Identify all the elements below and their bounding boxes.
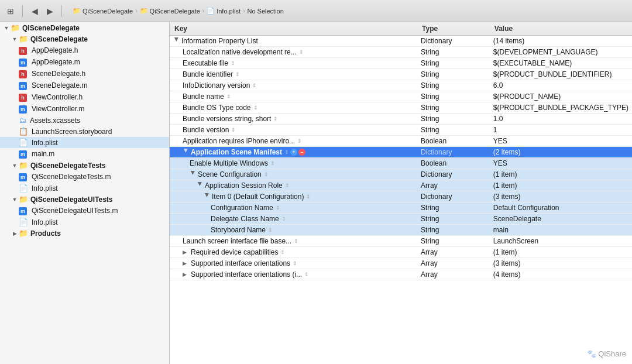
stepper-icon[interactable]: ⇕ bbox=[285, 183, 290, 188]
launchscreen-label: LaunchScreen.storyboard bbox=[32, 128, 112, 136]
sidebar-item-tests-plist[interactable]: 📄 Info.plist bbox=[0, 183, 169, 194]
stepper-icon[interactable]: ⇕ bbox=[293, 260, 297, 266]
m-file-icon-4: m bbox=[19, 149, 27, 159]
col-type: Type bbox=[417, 22, 490, 36]
sidebar-item-products[interactable]: ▶ 📁 Products bbox=[0, 228, 169, 239]
stepper-icon[interactable]: ⇕ bbox=[284, 149, 289, 155]
sidebar-item-viewctrl-m[interactable]: m ViewController.m bbox=[0, 103, 169, 115]
forward-button[interactable]: ▶ bbox=[44, 5, 56, 17]
sidebar-item-launchscreen[interactable]: 📋 LaunchScreen.storyboard bbox=[0, 126, 169, 137]
expand-arrow[interactable]: ▶ bbox=[197, 182, 203, 189]
stepper-icon[interactable]: ⇕ bbox=[226, 94, 231, 99]
table-row[interactable]: Application requires iPhone enviro... ⇕ … bbox=[170, 136, 632, 147]
key-cell: Bundle version ⇕ bbox=[170, 125, 417, 136]
sidebar-item-tests-group[interactable]: ▼ 📁 QiSceneDelegateTests bbox=[0, 160, 169, 171]
expand-arrow[interactable]: ▶ bbox=[204, 193, 210, 200]
sidebar-item-uitests-group[interactable]: ▼ 📁 QiSceneDelegateUITests bbox=[0, 194, 169, 205]
stepper-icon[interactable]: ⇕ bbox=[235, 71, 240, 77]
stepper-icon[interactable]: ⇕ bbox=[280, 249, 285, 255]
sidebar-item-appdel-m[interactable]: m AppDelegate.m bbox=[0, 56, 169, 68]
sidebar-item-group-main[interactable]: ▼ 📁 QiSceneDelegate bbox=[0, 33, 169, 44]
breadcrumb-selection-label: No Selection bbox=[247, 8, 283, 15]
stepper-icon[interactable]: ⇕ bbox=[252, 83, 257, 88]
table-row[interactable]: Bundle versions string, short ⇕ String 1… bbox=[170, 114, 632, 125]
stepper-icon[interactable]: ⇕ bbox=[281, 216, 286, 222]
expand-arrow[interactable]: ▶ bbox=[183, 260, 190, 266]
value-cell: (1 item) bbox=[490, 180, 632, 191]
table-row[interactable]: ▶ Item 0 (Default Configuration) ⇕ Dicti… bbox=[170, 191, 632, 202]
table-row-scene-manifest[interactable]: ▶ Application Scene Manifest ⇕ + – Dicti… bbox=[170, 147, 632, 158]
value-cell: (3 items) bbox=[490, 258, 632, 269]
sidebar-item-scenedel-h[interactable]: h SceneDelegate.h bbox=[0, 68, 169, 80]
stepper-icon[interactable]: ⇕ bbox=[270, 160, 275, 166]
col-key: Key bbox=[170, 22, 417, 36]
sidebar-item-viewctrl-h[interactable]: h ViewController.h bbox=[0, 91, 169, 103]
table-row[interactable]: Bundle version ⇕ String 1 bbox=[170, 125, 632, 136]
sidebar-item-info-plist[interactable]: 📄 Info.plist bbox=[0, 137, 169, 148]
stepper-icon[interactable]: ⇕ bbox=[253, 105, 258, 111]
table-row[interactable]: ▶ Required device capabilities ⇕ Array (… bbox=[170, 247, 632, 258]
scenedel-m-label: SceneDelegate.m bbox=[32, 81, 87, 90]
table-row[interactable]: Bundle name ⇕ String $(PRODUCT_NAME) bbox=[170, 91, 632, 102]
value-cell: $(PRODUCT_NAME) bbox=[490, 91, 632, 102]
table-row[interactable]: Bundle OS Type code ⇕ String $(PRODUCT_B… bbox=[170, 102, 632, 114]
tests-plist-label: Info.plist bbox=[32, 184, 58, 193]
table-row[interactable]: ▶ Information Property List Dictionary (… bbox=[170, 36, 632, 47]
key-cell: ▶ Information Property List bbox=[170, 36, 417, 47]
back-button[interactable]: ◀ bbox=[29, 5, 40, 17]
sidebar-item-scenedel-m[interactable]: m SceneDelegate.m bbox=[0, 80, 169, 91]
stepper-icon[interactable]: ⇕ bbox=[273, 116, 278, 122]
expand-arrow[interactable]: ▶ bbox=[174, 37, 180, 44]
viewctrl-m-label: ViewController.m bbox=[32, 105, 84, 113]
breadcrumb-file[interactable]: 📄 Info.plist bbox=[207, 7, 241, 15]
expand-arrow[interactable]: ▶ bbox=[183, 249, 190, 255]
table-row[interactable]: InfoDictionary version ⇕ String 6.0 bbox=[170, 80, 632, 91]
table-row[interactable]: ▶ Scene Configuration ⇕ Dictionary (1 it… bbox=[170, 169, 632, 180]
grid-icon[interactable]: ⊞ bbox=[5, 5, 16, 17]
action-icons: + – bbox=[290, 149, 305, 156]
table-row[interactable]: Storyboard Name ⇕ String main bbox=[170, 225, 632, 236]
table-row[interactable]: Localization native development re... ⇕ … bbox=[170, 47, 632, 58]
table-row[interactable]: Configuration Name ⇕ String Default Conf… bbox=[170, 202, 632, 214]
breadcrumb-project[interactable]: 📁 QiSceneDelegate bbox=[73, 7, 133, 15]
breadcrumb-sep-2: › bbox=[202, 8, 204, 14]
remove-icon[interactable]: – bbox=[298, 149, 305, 156]
sidebar-item-assets[interactable]: 🗂 Assets.xcassets bbox=[0, 115, 169, 126]
expand-arrow[interactable]: ▶ bbox=[190, 171, 196, 178]
table-row[interactable]: Executable file ⇕ String $(EXECUTABLE_NA… bbox=[170, 58, 632, 69]
type-cell: String bbox=[417, 214, 490, 225]
type-cell: String bbox=[417, 114, 490, 125]
sidebar-item-project-root[interactable]: ▼ 📁 QiSceneDelegate bbox=[0, 22, 169, 33]
stepper-icon[interactable]: ⇕ bbox=[231, 127, 236, 133]
table-row[interactable]: Enable Multiple Windows ⇕ Boolean YES bbox=[170, 158, 632, 169]
stepper-icon[interactable]: ⇕ bbox=[304, 272, 309, 277]
table-row[interactable]: ▶ Supported interface orientations ⇕ Arr… bbox=[170, 258, 632, 269]
sidebar-item-tests-m[interactable]: m QiSceneDelegateTests.m bbox=[0, 171, 169, 183]
stepper-icon[interactable]: ⇕ bbox=[306, 194, 311, 200]
sidebar-item-main-m[interactable]: m main.m bbox=[0, 148, 169, 160]
table-row[interactable]: ▶ Supported interface orientations (i...… bbox=[170, 269, 632, 280]
add-icon[interactable]: + bbox=[290, 149, 297, 156]
plist-editor: Key Type Value ▶ Information Property Li… bbox=[170, 22, 632, 364]
table-row[interactable]: Delegate Class Name ⇕ String SceneDelega… bbox=[170, 214, 632, 225]
table-row[interactable]: Launch screen interface file base... ⇕ S… bbox=[170, 236, 632, 247]
sidebar-item-uitests-m[interactable]: m QiSceneDelegateUITests.m bbox=[0, 205, 169, 217]
value-cell: LaunchScreen bbox=[490, 236, 632, 247]
stepper-icon[interactable]: ⇕ bbox=[294, 238, 298, 244]
sidebar-item-appdel-h[interactable]: h AppDelegate.h bbox=[0, 44, 169, 56]
stepper-icon[interactable]: ⇕ bbox=[231, 60, 235, 66]
sidebar-item-uitests-plist[interactable]: 📄 Info.plist bbox=[0, 217, 169, 228]
expand-arrow[interactable]: ▶ bbox=[183, 272, 190, 277]
stepper-icon[interactable]: ⇕ bbox=[297, 138, 302, 144]
value-cell: 1.0 bbox=[490, 114, 632, 125]
stepper-icon[interactable]: ⇕ bbox=[264, 171, 269, 177]
m-file-icon-3: m bbox=[19, 104, 27, 114]
stepper-icon[interactable]: ⇕ bbox=[268, 227, 273, 233]
expand-arrow[interactable]: ▶ bbox=[183, 149, 189, 156]
stepper-icon[interactable]: ⇕ bbox=[299, 49, 304, 55]
table-row[interactable]: ▶ Application Session Role ⇕ Array (1 it… bbox=[170, 180, 632, 191]
stepper-icon[interactable]: ⇕ bbox=[276, 205, 280, 211]
breadcrumb-folder[interactable]: 📁 QiSceneDelegate bbox=[140, 7, 200, 15]
products-label: Products bbox=[30, 229, 61, 238]
table-row[interactable]: Bundle identifier ⇕ String $(PRODUCT_BUN… bbox=[170, 69, 632, 80]
